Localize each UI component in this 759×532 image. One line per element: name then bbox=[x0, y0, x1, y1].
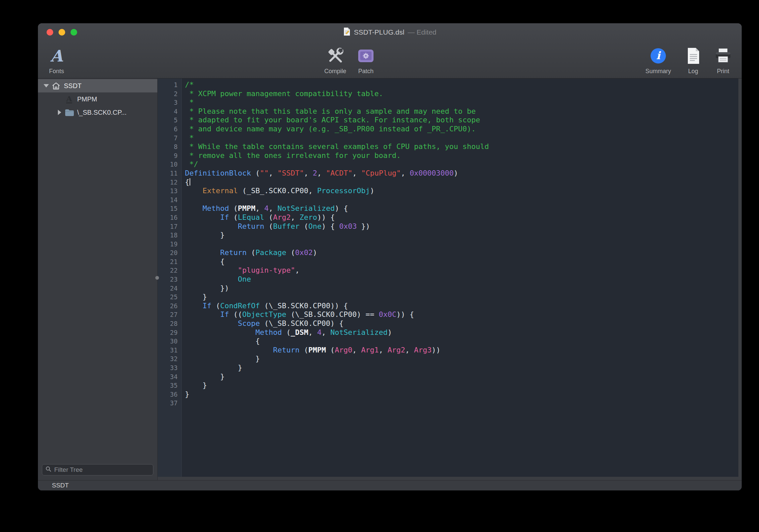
code-line[interactable]: 24 }) bbox=[158, 284, 738, 293]
text-caret bbox=[190, 178, 190, 186]
code-line[interactable]: 12{ bbox=[158, 178, 738, 187]
code-line[interactable]: 26 If (CondRefOf (\_SB.SCK0.CP00)) { bbox=[158, 302, 738, 311]
line-number: 9 bbox=[158, 151, 182, 160]
line-number: 26 bbox=[158, 302, 182, 311]
window-title: SSDT-PLUG.dsl — Edited bbox=[38, 23, 742, 41]
split-handle[interactable] bbox=[155, 276, 159, 280]
patch-icon bbox=[358, 46, 374, 66]
code-line[interactable]: 15 Method (PMPM, 4, NotSerialized) { bbox=[158, 204, 738, 213]
home-icon bbox=[51, 82, 61, 90]
code-line[interactable]: 20 Return (Package (0x02) bbox=[158, 248, 738, 257]
code-line[interactable]: 13 External (_SB_.SCK0.CP00, ProcessorOb… bbox=[158, 187, 738, 196]
code-line[interactable]: 35 } bbox=[158, 381, 738, 390]
code-line[interactable]: 22 "plugin-type", bbox=[158, 266, 738, 275]
search-icon bbox=[46, 466, 52, 473]
filter-tree-input[interactable] bbox=[54, 466, 150, 473]
tree-item-ssdt[interactable]: SSDT bbox=[38, 79, 157, 92]
tree-item-label: \_SB.SCK0.CP... bbox=[77, 109, 127, 116]
line-number: 16 bbox=[158, 213, 182, 222]
disclosure-down-icon[interactable] bbox=[42, 84, 51, 87]
code-line[interactable]: 6 * and device name may vary (e.g. _SB_.… bbox=[158, 125, 738, 134]
code-line[interactable]: 31 Return (PMPM (Arg0, Arg1, Arg2, Arg3)… bbox=[158, 346, 738, 355]
code-line[interactable]: 2 * XCPM power management compatibility … bbox=[158, 89, 738, 98]
code-line[interactable]: 29 Method (_DSM, 4, NotSerialized) bbox=[158, 328, 738, 337]
tree-item-label: PMPM bbox=[77, 95, 97, 103]
document-icon bbox=[343, 27, 351, 37]
code-line[interactable]: 33 } bbox=[158, 363, 738, 372]
code-line[interactable]: 37 bbox=[158, 399, 738, 408]
line-number: 31 bbox=[158, 346, 182, 355]
code-line[interactable]: 4 * Please note that this table is only … bbox=[158, 107, 738, 116]
line-number: 36 bbox=[158, 390, 182, 399]
line-number: 23 bbox=[158, 275, 182, 284]
code-line[interactable]: 19 bbox=[158, 240, 738, 249]
line-number: 19 bbox=[158, 240, 182, 249]
patch-label: Patch bbox=[358, 68, 374, 75]
print-label: Print bbox=[717, 68, 729, 75]
line-number: 13 bbox=[158, 187, 182, 196]
title-edited-suffix: — Edited bbox=[408, 28, 436, 36]
code-line[interactable]: 1/* bbox=[158, 80, 738, 89]
compile-icon bbox=[327, 46, 344, 66]
line-number: 20 bbox=[158, 248, 182, 257]
code-line[interactable]: 10 */ bbox=[158, 160, 738, 169]
filter-tree-field[interactable] bbox=[42, 464, 153, 475]
line-number: 33 bbox=[158, 363, 182, 372]
navigator-tree: SSDT A PMPM \_SB.SCK0.CP... bbox=[38, 78, 157, 464]
sidebar: SSDT A PMPM \_SB.SCK0.CP... bbox=[38, 78, 158, 480]
line-number: 37 bbox=[158, 399, 182, 408]
code-line[interactable]: 3 * bbox=[158, 98, 738, 107]
code-line[interactable]: 16 If (LEqual (Arg2, Zero)) { bbox=[158, 213, 738, 222]
code-line[interactable]: 7 * bbox=[158, 134, 738, 143]
line-number: 11 bbox=[158, 169, 182, 178]
line-number: 2 bbox=[158, 89, 182, 98]
status-selection-text: SSDT bbox=[52, 482, 69, 489]
tree-item-pmpm[interactable]: A PMPM bbox=[38, 92, 157, 106]
code-line[interactable]: 23 One bbox=[158, 275, 738, 284]
main-content: SSDT A PMPM \_SB.SCK0.CP... bbox=[38, 78, 742, 480]
code-editor[interactable]: 1/*2 * XCPM power management compatibili… bbox=[158, 78, 738, 477]
print-button[interactable]: Print bbox=[710, 46, 736, 78]
line-number: 22 bbox=[158, 266, 182, 275]
line-number: 15 bbox=[158, 204, 182, 213]
patch-button[interactable]: Patch bbox=[353, 46, 379, 78]
line-number: 32 bbox=[158, 354, 182, 363]
code-line[interactable]: 17 Return (Buffer (One) { 0x03 }) bbox=[158, 222, 738, 231]
code-line[interactable]: 9 * remove all the ones irrelevant for y… bbox=[158, 151, 738, 160]
code-line[interactable]: 36} bbox=[158, 390, 738, 399]
print-icon bbox=[714, 46, 732, 66]
code-line[interactable]: 18 } bbox=[158, 231, 738, 240]
disclosure-right-icon[interactable] bbox=[55, 110, 64, 115]
line-number: 12 bbox=[158, 178, 182, 187]
code-line[interactable]: 11DefinitionBlock ("", "SSDT", 2, "ACDT"… bbox=[158, 169, 738, 178]
log-label: Log bbox=[688, 68, 698, 75]
code-line[interactable]: 5 * adapted to fit your board's ACPI sta… bbox=[158, 116, 738, 125]
line-number: 1 bbox=[158, 80, 182, 89]
code-line[interactable]: 30 { bbox=[158, 337, 738, 346]
compile-button[interactable]: Compile bbox=[319, 46, 351, 78]
code-line[interactable]: 25 } bbox=[158, 293, 738, 302]
summary-button[interactable]: i Summary bbox=[640, 46, 677, 78]
log-button[interactable]: Log bbox=[680, 46, 706, 78]
code-line[interactable]: 32 } bbox=[158, 354, 738, 363]
code-line[interactable]: 14 bbox=[158, 196, 738, 204]
code-line[interactable]: 21 { bbox=[158, 257, 738, 266]
line-number: 35 bbox=[158, 381, 182, 390]
titlebar[interactable]: SSDT-PLUG.dsl — Edited bbox=[38, 23, 742, 41]
fonts-button[interactable]: A Fonts bbox=[41, 46, 73, 78]
code-line[interactable]: 27 If ((ObjectType (\_SB.SCK0.CP00) == 0… bbox=[158, 310, 738, 319]
code-line[interactable]: 8 * While the table contains several exa… bbox=[158, 142, 738, 151]
code-line[interactable]: 34 } bbox=[158, 372, 738, 381]
code-line[interactable]: 28 Scope (\_SB.SCK0.CP00) { bbox=[158, 319, 738, 328]
line-number: 24 bbox=[158, 284, 182, 293]
tree-item-sb-sck0-cp[interactable]: \_SB.SCK0.CP... bbox=[38, 106, 157, 119]
line-number: 17 bbox=[158, 222, 182, 231]
fonts-icon: A bbox=[50, 46, 63, 66]
folder-icon bbox=[64, 109, 75, 116]
log-icon bbox=[686, 46, 700, 66]
line-number: 25 bbox=[158, 293, 182, 302]
summary-label: Summary bbox=[645, 68, 671, 75]
line-number: 30 bbox=[158, 337, 182, 346]
line-number: 8 bbox=[158, 142, 182, 151]
title-filename: SSDT-PLUG.dsl bbox=[354, 28, 404, 36]
